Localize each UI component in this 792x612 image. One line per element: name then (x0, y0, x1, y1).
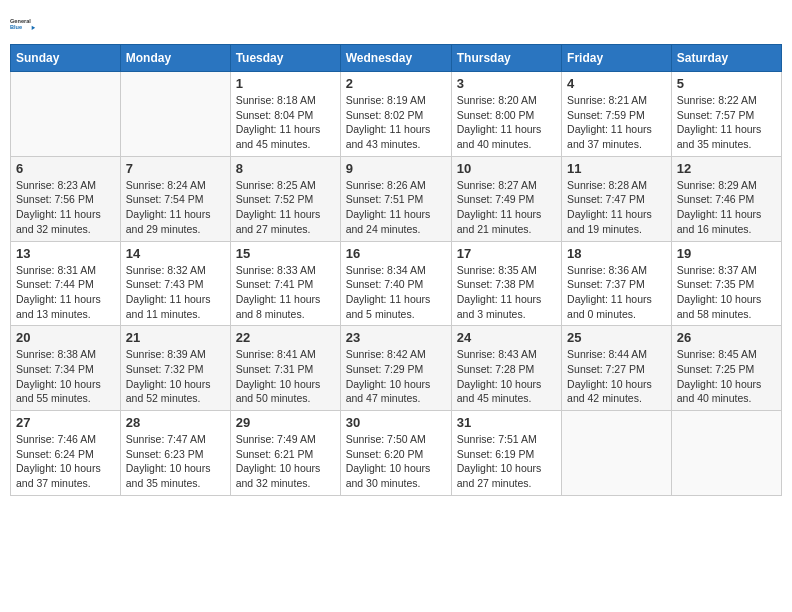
calendar-day: 23Sunrise: 8:42 AMSunset: 7:29 PMDayligh… (340, 326, 451, 411)
day-info: Sunrise: 8:42 AMSunset: 7:29 PMDaylight:… (346, 347, 446, 406)
day-info: Sunrise: 8:23 AMSunset: 7:56 PMDaylight:… (16, 178, 115, 237)
day-info: Sunrise: 8:22 AMSunset: 7:57 PMDaylight:… (677, 93, 776, 152)
calendar-week: 20Sunrise: 8:38 AMSunset: 7:34 PMDayligh… (11, 326, 782, 411)
calendar-day: 30Sunrise: 7:50 AMSunset: 6:20 PMDayligh… (340, 411, 451, 496)
calendar-day: 9Sunrise: 8:26 AMSunset: 7:51 PMDaylight… (340, 156, 451, 241)
page-header: GeneralBlue (10, 10, 782, 38)
day-info: Sunrise: 8:24 AMSunset: 7:54 PMDaylight:… (126, 178, 225, 237)
day-number: 29 (236, 415, 335, 430)
day-number: 4 (567, 76, 666, 91)
calendar-day: 10Sunrise: 8:27 AMSunset: 7:49 PMDayligh… (451, 156, 561, 241)
day-info: Sunrise: 8:33 AMSunset: 7:41 PMDaylight:… (236, 263, 335, 322)
calendar-day: 7Sunrise: 8:24 AMSunset: 7:54 PMDaylight… (120, 156, 230, 241)
weekday-header: Monday (120, 45, 230, 72)
day-number: 20 (16, 330, 115, 345)
calendar-body: 1Sunrise: 8:18 AMSunset: 8:04 PMDaylight… (11, 72, 782, 496)
svg-text:Blue: Blue (10, 24, 22, 30)
day-number: 3 (457, 76, 556, 91)
day-number: 17 (457, 246, 556, 261)
calendar-day: 5Sunrise: 8:22 AMSunset: 7:57 PMDaylight… (671, 72, 781, 157)
calendar-day: 20Sunrise: 8:38 AMSunset: 7:34 PMDayligh… (11, 326, 121, 411)
calendar-day: 22Sunrise: 8:41 AMSunset: 7:31 PMDayligh… (230, 326, 340, 411)
calendar-day: 1Sunrise: 8:18 AMSunset: 8:04 PMDaylight… (230, 72, 340, 157)
calendar-day: 15Sunrise: 8:33 AMSunset: 7:41 PMDayligh… (230, 241, 340, 326)
calendar-day: 8Sunrise: 8:25 AMSunset: 7:52 PMDaylight… (230, 156, 340, 241)
day-number: 5 (677, 76, 776, 91)
day-info: Sunrise: 8:45 AMSunset: 7:25 PMDaylight:… (677, 347, 776, 406)
calendar-day (120, 72, 230, 157)
day-number: 27 (16, 415, 115, 430)
day-number: 8 (236, 161, 335, 176)
day-info: Sunrise: 8:35 AMSunset: 7:38 PMDaylight:… (457, 263, 556, 322)
calendar-day: 2Sunrise: 8:19 AMSunset: 8:02 PMDaylight… (340, 72, 451, 157)
weekday-header: Sunday (11, 45, 121, 72)
calendar-day (562, 411, 672, 496)
calendar-day (671, 411, 781, 496)
day-number: 22 (236, 330, 335, 345)
day-info: Sunrise: 8:31 AMSunset: 7:44 PMDaylight:… (16, 263, 115, 322)
calendar-day: 25Sunrise: 8:44 AMSunset: 7:27 PMDayligh… (562, 326, 672, 411)
logo-icon: GeneralBlue (10, 10, 38, 38)
calendar-week: 6Sunrise: 8:23 AMSunset: 7:56 PMDaylight… (11, 156, 782, 241)
calendar-day: 13Sunrise: 8:31 AMSunset: 7:44 PMDayligh… (11, 241, 121, 326)
day-info: Sunrise: 8:44 AMSunset: 7:27 PMDaylight:… (567, 347, 666, 406)
calendar-header: SundayMondayTuesdayWednesdayThursdayFrid… (11, 45, 782, 72)
calendar-day: 28Sunrise: 7:47 AMSunset: 6:23 PMDayligh… (120, 411, 230, 496)
day-number: 11 (567, 161, 666, 176)
calendar-day: 12Sunrise: 8:29 AMSunset: 7:46 PMDayligh… (671, 156, 781, 241)
day-number: 10 (457, 161, 556, 176)
day-number: 13 (16, 246, 115, 261)
day-number: 2 (346, 76, 446, 91)
day-number: 25 (567, 330, 666, 345)
day-number: 15 (236, 246, 335, 261)
svg-text:General: General (10, 18, 31, 24)
day-info: Sunrise: 7:47 AMSunset: 6:23 PMDaylight:… (126, 432, 225, 491)
calendar-day: 21Sunrise: 8:39 AMSunset: 7:32 PMDayligh… (120, 326, 230, 411)
day-number: 28 (126, 415, 225, 430)
day-info: Sunrise: 8:26 AMSunset: 7:51 PMDaylight:… (346, 178, 446, 237)
day-info: Sunrise: 7:49 AMSunset: 6:21 PMDaylight:… (236, 432, 335, 491)
day-info: Sunrise: 8:38 AMSunset: 7:34 PMDaylight:… (16, 347, 115, 406)
calendar-day: 11Sunrise: 8:28 AMSunset: 7:47 PMDayligh… (562, 156, 672, 241)
day-number: 23 (346, 330, 446, 345)
day-info: Sunrise: 8:37 AMSunset: 7:35 PMDaylight:… (677, 263, 776, 322)
day-info: Sunrise: 8:39 AMSunset: 7:32 PMDaylight:… (126, 347, 225, 406)
day-number: 14 (126, 246, 225, 261)
weekday-header: Friday (562, 45, 672, 72)
day-info: Sunrise: 8:20 AMSunset: 8:00 PMDaylight:… (457, 93, 556, 152)
day-number: 16 (346, 246, 446, 261)
day-info: Sunrise: 8:36 AMSunset: 7:37 PMDaylight:… (567, 263, 666, 322)
day-info: Sunrise: 7:46 AMSunset: 6:24 PMDaylight:… (16, 432, 115, 491)
day-number: 1 (236, 76, 335, 91)
day-info: Sunrise: 7:51 AMSunset: 6:19 PMDaylight:… (457, 432, 556, 491)
calendar-week: 1Sunrise: 8:18 AMSunset: 8:04 PMDaylight… (11, 72, 782, 157)
weekday-header: Thursday (451, 45, 561, 72)
weekday-header: Tuesday (230, 45, 340, 72)
day-number: 21 (126, 330, 225, 345)
weekday-header: Wednesday (340, 45, 451, 72)
calendar-day: 16Sunrise: 8:34 AMSunset: 7:40 PMDayligh… (340, 241, 451, 326)
day-number: 31 (457, 415, 556, 430)
calendar-week: 27Sunrise: 7:46 AMSunset: 6:24 PMDayligh… (11, 411, 782, 496)
calendar-day: 4Sunrise: 8:21 AMSunset: 7:59 PMDaylight… (562, 72, 672, 157)
svg-marker-2 (32, 26, 36, 30)
calendar-day: 14Sunrise: 8:32 AMSunset: 7:43 PMDayligh… (120, 241, 230, 326)
weekday-row: SundayMondayTuesdayWednesdayThursdayFrid… (11, 45, 782, 72)
day-number: 6 (16, 161, 115, 176)
day-number: 19 (677, 246, 776, 261)
day-info: Sunrise: 8:43 AMSunset: 7:28 PMDaylight:… (457, 347, 556, 406)
day-info: Sunrise: 8:28 AMSunset: 7:47 PMDaylight:… (567, 178, 666, 237)
day-number: 7 (126, 161, 225, 176)
day-number: 12 (677, 161, 776, 176)
day-number: 18 (567, 246, 666, 261)
calendar-day: 24Sunrise: 8:43 AMSunset: 7:28 PMDayligh… (451, 326, 561, 411)
calendar-day: 6Sunrise: 8:23 AMSunset: 7:56 PMDaylight… (11, 156, 121, 241)
calendar-day: 18Sunrise: 8:36 AMSunset: 7:37 PMDayligh… (562, 241, 672, 326)
day-info: Sunrise: 8:29 AMSunset: 7:46 PMDaylight:… (677, 178, 776, 237)
day-info: Sunrise: 8:27 AMSunset: 7:49 PMDaylight:… (457, 178, 556, 237)
calendar-day (11, 72, 121, 157)
weekday-header: Saturday (671, 45, 781, 72)
day-info: Sunrise: 8:19 AMSunset: 8:02 PMDaylight:… (346, 93, 446, 152)
day-info: Sunrise: 8:25 AMSunset: 7:52 PMDaylight:… (236, 178, 335, 237)
calendar-table: SundayMondayTuesdayWednesdayThursdayFrid… (10, 44, 782, 496)
